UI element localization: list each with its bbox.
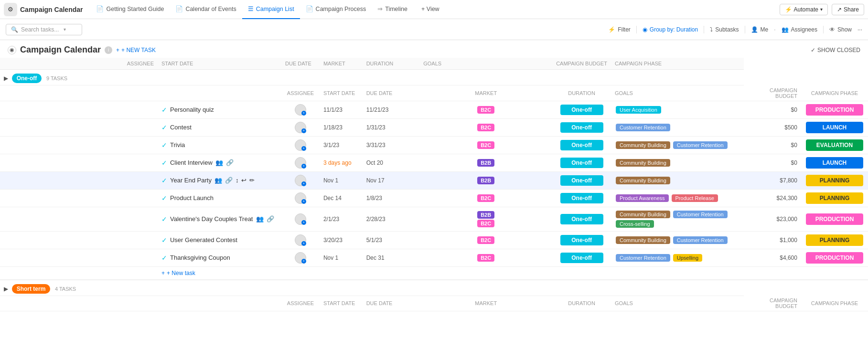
goal-badge: Cross-selling [616,220,654,228]
goals-cell-td: Community Building [611,171,744,189]
due-date-text: 1/8/23 [366,195,382,202]
group-by-button[interactable]: ◉ Group by: Duration [643,26,698,33]
market-badge: B2C [477,141,494,149]
market-stack: B2BB2C [423,211,548,227]
start-date-text: 2/1/23 [323,216,339,223]
task-check-icon[interactable]: ✓ [161,194,167,202]
task-row: ✓ Contest 1/18/23 1/31/23 B2C One-off Cu… [0,118,868,136]
phase-cell: PLANNING [801,189,868,207]
assignee-avatar[interactable] [295,157,306,169]
nav-tab-getting-started[interactable]: 📄Getting Started Guide [90,0,170,19]
assignee-cell [281,136,320,154]
duration-cell: One-off [552,171,611,189]
goals-cell-td: Customer Retention [611,118,744,136]
goals-cell: Community BuildingCustomer Retention [615,236,740,244]
goals-cell: User Acquisition [615,106,740,114]
task-check-icon[interactable]: ✓ [161,236,167,244]
subtasks-icon: ⤵ [710,26,713,33]
market-badge: B2B [477,211,494,219]
due-date-cell: Dec 31 [363,249,420,266]
assignee-avatar[interactable] [295,213,306,225]
task-name-cell: ✓ User Generated Contest [158,231,281,249]
task-name-cell: ✓ Contest [158,118,281,136]
group-header-one-off: ▶ One-off 9 TASKS [0,70,868,85]
task-row-icon: ↩ [241,177,246,184]
toolbar-divider-4 [823,26,824,33]
col-header-due-date: DUE DATE [281,58,320,70]
goal-badge: Community Building [616,211,670,218]
task-name-cell: ✓ Product Launch [158,189,281,207]
show-button[interactable]: 👁 Show [829,26,852,33]
filter-button[interactable]: ⚡ Filter [608,26,631,33]
nav-tab-calendar-events[interactable]: 📄Calendar of Events [170,0,242,19]
task-check-icon[interactable]: ✓ [161,254,167,262]
start-date-cell: 3/20/23 [320,231,363,249]
market-badge: B2C [477,220,494,227]
market-cell: B2C [419,101,552,118]
row-expand-col [123,136,158,154]
assignees-button[interactable]: 👥 Assignees [782,26,817,33]
goal-badge: Community Building [616,159,670,167]
show-closed-button[interactable]: ✓ SHOW CLOSED [811,47,860,53]
table-container: ASSIGNEE START DATE DUE DATE MARKET DURA… [0,58,868,311]
group-subheader-empty: ASSIGNEE START DATE DUE DATE MARKET DURA… [0,296,868,311]
assignee-avatar[interactable] [295,192,306,204]
collapse-button[interactable]: ◉ [8,46,16,54]
duration-badge: One-off [560,105,603,115]
market-badge: B2B [477,177,494,184]
me-button[interactable]: 👤 Me [751,26,769,33]
market-badge: B2C [477,254,494,262]
phase-badge: PLANNING [806,192,863,204]
new-task-button[interactable]: + + NEW TASK [116,47,156,53]
assignee-avatar[interactable] [295,122,306,133]
share-button[interactable]: ↗ Share [832,4,864,15]
assignee-avatar[interactable] [295,234,306,246]
due-date-cell: Oct 20 [363,154,420,171]
due-date-text: Oct 20 [366,159,383,166]
market-badge: B2C [477,194,494,202]
page-header: ◉ Campaign Calendar i + + NEW TASK ✓ SHO… [0,40,868,58]
subtasks-button[interactable]: ⤵ Subtasks [710,26,739,33]
row-expand-col [123,101,158,118]
group-chevron-short-term[interactable]: ▶ [4,286,8,292]
task-row-icon: 👥 [256,215,264,223]
automate-button[interactable]: ⚡ Automate ▾ [780,4,828,15]
toolbar-divider-2 [704,26,704,33]
start-date-text: 1/18/23 [323,124,343,131]
task-check-icon[interactable]: ✓ [161,124,167,131]
toolbar-divider [636,26,637,33]
info-icon[interactable]: i [105,46,112,54]
phase-badge: EVALUATION [806,139,863,151]
assignee-avatar[interactable] [295,175,306,186]
group-chevron-one-off[interactable]: ▶ [4,75,8,82]
nav-tab-timeline[interactable]: ⇒Timeline [372,0,413,19]
group-badge-one-off[interactable]: One-off [12,74,42,83]
search-box[interactable]: 🔍 Search tasks... ▾ [6,24,82,35]
task-row-icon: ✏ [249,177,255,184]
assignee-avatar[interactable] [295,104,306,116]
task-check-icon[interactable]: ✓ [161,159,167,167]
phase-cell: PLANNING [801,231,868,249]
nav-tab-view[interactable]: + View [413,0,445,19]
new-task-link[interactable]: + + New task [161,270,864,276]
app-title: Campaign Calendar [20,6,83,13]
nav-tab-campaign-process[interactable]: 📄Campaign Process [300,0,372,19]
more-options-button[interactable]: ··· [857,26,862,33]
start-date-text: Nov 1 [323,177,338,184]
share-icon: ↗ [837,6,842,13]
group-badge-short-term[interactable]: Short term [12,284,51,294]
duration-badge: One-off [560,193,603,203]
task-name-label: Trivia [170,141,185,148]
assignee-avatar[interactable] [295,252,306,264]
due-date-text: 11/21/23 [366,106,389,113]
task-check-icon[interactable]: ✓ [161,177,167,184]
goals-cell-td: Product AwarenessProduct Release [611,189,744,207]
page-header-right: ✓ SHOW CLOSED [811,47,860,53]
nav-tab-campaign-list[interactable]: ☰Campaign List [242,0,300,19]
goals-cell-td: Community BuildingCustomer Retention [611,231,744,249]
assignee-avatar[interactable] [295,139,306,151]
task-check-icon[interactable]: ✓ [161,106,167,114]
task-check-icon[interactable]: ✓ [161,141,167,149]
budget-cell: $7,800 [744,171,801,189]
task-check-icon[interactable]: ✓ [161,215,167,223]
